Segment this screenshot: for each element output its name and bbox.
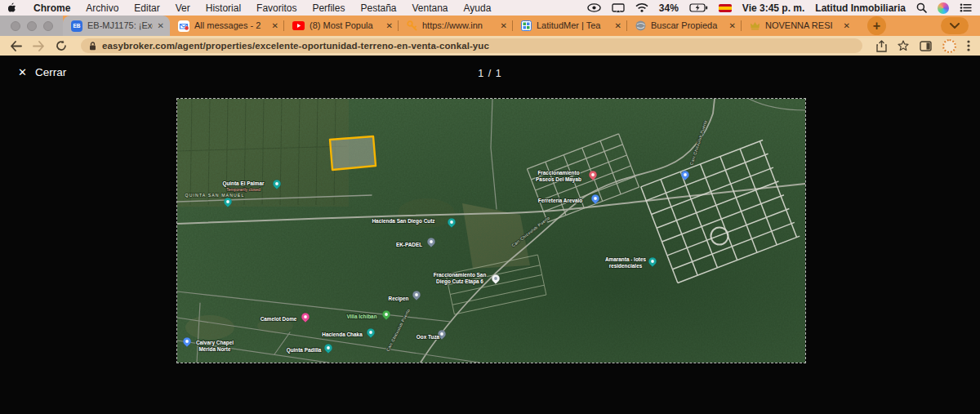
mail-favicon <box>178 20 189 32</box>
tab-label: https://www.inn <box>422 21 496 30</box>
wifi-icon[interactable] <box>635 3 648 12</box>
property-lot-highlight[interactable] <box>330 136 376 170</box>
window-minimize-button[interactable] <box>27 21 37 31</box>
tab-close-icon[interactable]: ✕ <box>386 21 393 30</box>
crown-favicon <box>750 21 760 30</box>
youtube-favicon <box>292 21 305 30</box>
satellite-map: Carr Chicxulub PuertoCarr Chicxulub Puer… <box>177 99 805 363</box>
menu-item-favoritos[interactable]: Favoritos <box>256 2 296 14</box>
svg-text:Villa Ichiban: Villa Ichiban <box>346 314 376 319</box>
close-icon: ✕ <box>18 66 27 78</box>
menu-item-perfiles[interactable]: Perfiles <box>312 2 345 14</box>
tab-novenna[interactable]: NOVENNA RESI ✕ <box>742 16 856 36</box>
svg-text:Fraccionamiento San: Fraccionamiento San <box>434 272 487 278</box>
menu-kebab-icon[interactable] <box>967 40 970 51</box>
svg-text:Ferretería Arevalo: Ferretería Arevalo <box>538 198 583 203</box>
tab-close-icon[interactable]: ✕ <box>844 21 850 30</box>
svg-text:Camelot Dome: Camelot Dome <box>261 316 297 322</box>
menu-item-ver[interactable]: Ver <box>176 2 190 14</box>
lightbox-close-button[interactable]: ✕ Cerrar <box>18 66 66 78</box>
tab-all-messages[interactable]: All messages - 2 ✕ <box>170 16 284 36</box>
menu-item-archivo[interactable]: Archivo <box>86 2 118 14</box>
menu-bar-left: Chrome Archivo Editar Ver Historial Favo… <box>8 2 491 14</box>
menu-item-editar[interactable]: Editar <box>134 2 159 14</box>
svg-text:QUINTA SAN MANUEL: QUINTA SAN MANUEL <box>185 193 245 198</box>
spanish-keyboard-flag-icon[interactable] <box>719 4 732 12</box>
svg-text:Hacienda San Diego Cutz: Hacienda San Diego Cutz <box>372 218 434 225</box>
siri-icon[interactable] <box>938 2 949 14</box>
tab-inn-website[interactable]: https://www.inn ✕ <box>399 16 513 36</box>
tab-latitudmer[interactable]: LatitudMer | Tea ✕ <box>513 16 627 36</box>
tab-label: NOVENNA RESI <box>765 21 839 30</box>
spotlight-search-icon[interactable] <box>916 2 927 13</box>
address-bar[interactable]: easybroker.com/agent/properties/excelent… <box>81 38 862 53</box>
svg-text:Temporarily closed: Temporarily closed <box>226 187 261 192</box>
forward-button[interactable] <box>33 41 45 51</box>
menu-item-historial[interactable]: Historial <box>206 2 241 14</box>
menu-app-name[interactable]: Chrome <box>33 2 70 14</box>
window-zoom-button[interactable] <box>43 21 53 31</box>
tab-youtube[interactable]: (8) Most Popula ✕ <box>284 16 399 36</box>
menu-bar-status-area: 34% Vie 3:45 p. m. Latitud Inmobiliaria <box>587 2 972 14</box>
macos-menu-bar: Chrome Archivo Editar Ver Historial Favo… <box>0 0 980 16</box>
new-tab-button[interactable]: + <box>867 16 886 35</box>
property-satellite-image[interactable]: Carr Chicxulub PuertoCarr Chicxulub Puer… <box>176 98 806 363</box>
share-icon[interactable] <box>876 40 887 52</box>
fast-user-switch-account[interactable]: Latitud Inmobiliaria <box>815 2 906 14</box>
tab-close-icon[interactable]: ✕ <box>501 21 507 30</box>
svg-text:Fraccionamiento: Fraccionamiento <box>537 170 579 176</box>
macos-desktop: Chrome Archivo Editar Ver Historial Favo… <box>0 0 980 414</box>
apple-menu-icon[interactable] <box>8 2 18 14</box>
chrome-toolbar: easybroker.com/agent/properties/excelent… <box>0 36 980 56</box>
menu-item-pestana[interactable]: Pestaña <box>360 2 396 14</box>
chrome-tab-strip: EB EB-MJ1175: ¡Exc ✕ All messages - 2 ✕ … <box>0 16 980 36</box>
battery-percent: 34% <box>659 2 679 14</box>
tab-easybroker-property[interactable]: EB EB-MJ1175: ¡Exc ✕ <box>63 16 170 36</box>
lightbox-overlay: ✕ Cerrar 1 / 1 <box>0 56 980 414</box>
menu-bar-clock[interactable]: Vie 3:45 p. m. <box>742 2 804 14</box>
svg-text:residenciales: residenciales <box>609 263 643 269</box>
tab-label: (8) Most Popula <box>310 21 381 30</box>
svg-text:Paseos Del Mayab: Paseos Del Mayab <box>536 176 581 183</box>
svg-text:Quinta Padilla: Quinta Padilla <box>287 347 322 354</box>
svg-text:Amaranta - lotes: Amaranta - lotes <box>605 256 647 262</box>
menu-item-ventana[interactable]: Ventana <box>412 2 448 14</box>
tab-close-icon[interactable]: ✕ <box>729 21 736 30</box>
battery-charging-icon <box>689 3 708 12</box>
globe-favicon <box>635 20 646 31</box>
sidebar-icon[interactable] <box>920 41 932 51</box>
back-button[interactable] <box>10 41 22 51</box>
svg-text:Diego Cutz Etapa 6: Diego Cutz Etapa 6 <box>436 278 483 285</box>
window-controls <box>0 16 63 36</box>
menu-item-ayuda[interactable]: Ayuda <box>464 2 492 14</box>
svg-text:Mérida Norte: Mérida Norte <box>198 346 231 352</box>
bookmark-star-icon[interactable] <box>898 40 909 51</box>
window-close-button[interactable] <box>11 21 20 31</box>
profile-avatar[interactable] <box>942 39 956 53</box>
reload-button[interactable] <box>56 40 67 51</box>
tab-close-icon[interactable]: ✕ <box>158 21 164 30</box>
svg-text:Oox Tuza: Oox Tuza <box>416 334 440 340</box>
svg-text:Recipen: Recipen <box>389 296 409 302</box>
easybroker-favicon: EB <box>71 20 82 32</box>
close-label: Cerrar <box>35 66 66 78</box>
svg-text:Quinta El Palmar: Quinta El Palmar <box>222 180 265 187</box>
tab-label: Buscar Propieda <box>651 21 724 30</box>
tab-overflow-chevron-button[interactable] <box>941 17 969 34</box>
svg-text:EK-PADEL: EK-PADEL <box>396 242 422 247</box>
url-text: easybroker.com/agent/properties/excelent… <box>102 41 489 51</box>
tab-label: All messages - 2 <box>194 21 267 30</box>
tab-close-icon[interactable]: ✕ <box>272 21 278 30</box>
tab-buscar-propiedades[interactable]: Buscar Propieda ✕ <box>627 16 742 36</box>
grid-favicon <box>521 20 532 31</box>
tab-close-icon[interactable]: ✕ <box>615 21 621 30</box>
image-counter: 1 / 1 <box>478 68 501 79</box>
map-poi-street-quinta-san-manuel: QUINTA SAN MANUEL <box>185 193 245 198</box>
lock-icon[interactable] <box>89 42 96 51</box>
screen-mirroring-icon[interactable] <box>612 3 625 13</box>
eye-status-icon[interactable] <box>587 3 601 12</box>
svg-text:Hacienda Chaka: Hacienda Chaka <box>322 332 363 337</box>
tab-label: EB-MJ1175: ¡Exc <box>87 21 153 30</box>
control-center-icon[interactable] <box>960 3 972 12</box>
tab-label: LatitudMer | Tea <box>537 21 610 30</box>
